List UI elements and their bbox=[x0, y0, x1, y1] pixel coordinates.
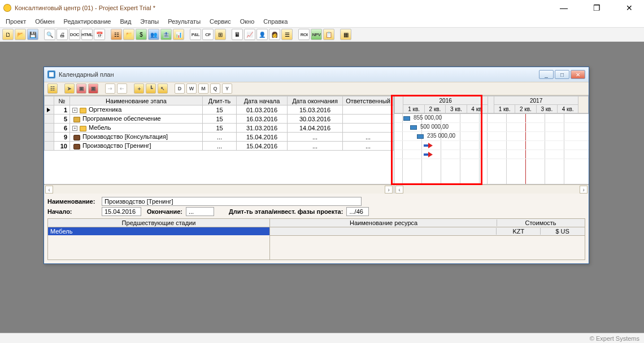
menu-window[interactable]: Окно bbox=[237, 17, 258, 26]
tb-npv-icon[interactable]: NPV bbox=[311, 29, 322, 40]
scroll-right-icon: › bbox=[580, 186, 588, 194]
detail-start-label: Начало: bbox=[47, 208, 98, 215]
tb-save-icon[interactable]: 💾 bbox=[27, 29, 38, 40]
tb-table-icon[interactable]: ☰ bbox=[281, 29, 293, 40]
detail-name-input[interactable]: Производство [Тренинг] bbox=[102, 197, 362, 206]
tb-html-icon[interactable]: HTML bbox=[81, 29, 93, 40]
table-row[interactable]: 9 Производство [Консультация] ... 15.04.… bbox=[45, 133, 394, 142]
tb-bal-icon[interactable]: ⊞ bbox=[215, 29, 226, 40]
gantt-hscroll[interactable]: ‹› bbox=[394, 184, 589, 194]
detail-end-label: Окончание: bbox=[147, 208, 182, 215]
child-window-icon bbox=[47, 71, 55, 78]
window-title: Консалтинговый центр (01) - Project Expe… bbox=[15, 5, 155, 11]
tb-cf-icon[interactable]: CF bbox=[202, 29, 214, 40]
gantt-value: 855 000,00 bbox=[414, 115, 442, 121]
tb-folder-icon[interactable]: 📁 bbox=[123, 29, 134, 40]
maximize-button[interactable]: ❐ bbox=[585, 2, 608, 14]
prev-stages-list[interactable]: Мебель bbox=[48, 227, 269, 251]
tb-bank-icon[interactable]: 🏦 bbox=[160, 29, 172, 40]
grid-hscroll[interactable]: ‹› bbox=[44, 184, 394, 194]
gantt-bar[interactable] bbox=[410, 125, 417, 130]
tb-new-icon[interactable]: 🗋 bbox=[2, 29, 14, 40]
tb-preview-icon[interactable]: 🔍 bbox=[44, 29, 55, 40]
ctb-tree-icon[interactable]: ┗ bbox=[146, 83, 156, 94]
detail-start-input[interactable]: 15.04.2016 bbox=[102, 207, 141, 216]
tb-roi-icon[interactable]: ROI bbox=[298, 29, 310, 40]
tb-print-icon[interactable]: 🖨 bbox=[56, 29, 68, 40]
menu-stages[interactable]: Этапы bbox=[137, 17, 162, 26]
close-button[interactable]: ✕ bbox=[618, 2, 641, 14]
menu-edit[interactable]: Редактирование bbox=[60, 17, 115, 26]
table-row[interactable]: 6 +Мебель 15 31.03.2016 14.04.2016 bbox=[45, 124, 394, 133]
gantt-bar[interactable] bbox=[403, 116, 410, 121]
scroll-right-icon: › bbox=[385, 186, 393, 194]
tb-chart-icon[interactable]: 📊 bbox=[173, 29, 184, 40]
child-titlebar[interactable]: Календарный план _ □ ✕ bbox=[44, 67, 589, 82]
gantt-bar[interactable] bbox=[417, 134, 424, 139]
minimize-button[interactable]: — bbox=[552, 2, 575, 14]
expand-icon[interactable]: + bbox=[72, 108, 77, 113]
stage-details: Наименование: Производство [Тренинг] Нач… bbox=[44, 194, 589, 263]
stage-grid[interactable]: № Наименование этапа Длит-ть Дата начала… bbox=[44, 96, 394, 184]
ctb-q-icon[interactable]: Q bbox=[210, 83, 220, 94]
ctb-pointer-icon[interactable]: ↖ bbox=[158, 83, 168, 94]
menu-service[interactable]: Сервис bbox=[206, 17, 234, 26]
gantt-value: 500 000,00 bbox=[420, 124, 449, 130]
tb-cal-icon[interactable]: 📅 bbox=[94, 29, 105, 40]
package-icon bbox=[73, 117, 80, 122]
ctb-cal-icon[interactable]: ☷ bbox=[47, 83, 58, 94]
ctb-d-icon[interactable]: D bbox=[175, 83, 185, 94]
tb-calc-icon[interactable]: 🖩 bbox=[232, 29, 243, 40]
ctb-gift1-icon[interactable]: ▣ bbox=[76, 83, 86, 94]
tb-grid-icon[interactable]: ▦ bbox=[340, 29, 351, 40]
prev-stage-row[interactable]: Мебель bbox=[48, 227, 269, 235]
detail-end-input[interactable]: ... bbox=[186, 207, 214, 216]
col-name: Наименование этапа bbox=[70, 96, 203, 105]
tb-graph-icon[interactable]: 📈 bbox=[244, 29, 255, 40]
menu-help[interactable]: Справка bbox=[260, 17, 291, 26]
tb-doc-icon[interactable]: DOC bbox=[69, 29, 80, 40]
ctb-w-icon[interactable]: W bbox=[186, 83, 197, 94]
menu-results[interactable]: Результаты bbox=[164, 17, 204, 26]
resource-header: Наименование ресурса bbox=[271, 219, 497, 226]
statusbar: © Expert Systems bbox=[0, 333, 644, 343]
child-maximize-button[interactable]: □ bbox=[555, 70, 569, 79]
menu-project[interactable]: Проект bbox=[2, 17, 29, 26]
gantt-chart[interactable]: 2016 2017 1 кв. 2 кв. 3 кв. 4 кв. 1 кв. … bbox=[394, 96, 589, 184]
ctb-link-icon[interactable]: ⇢ bbox=[105, 83, 115, 94]
ctb-y-icon[interactable]: Y bbox=[222, 83, 232, 94]
tb-pl-icon[interactable]: P&L bbox=[190, 29, 201, 40]
scroll-left-icon: ‹ bbox=[395, 186, 403, 194]
menu-exchange[interactable]: Обмен bbox=[32, 17, 58, 26]
scroll-left-icon: ‹ bbox=[45, 186, 53, 194]
ctb-plus-icon[interactable]: ＋ bbox=[134, 83, 144, 94]
ctb-m-icon[interactable]: M bbox=[198, 83, 208, 94]
detail-phase-input[interactable]: .../46 bbox=[346, 207, 369, 216]
ctb-gift2-icon[interactable]: ▣ bbox=[88, 83, 98, 94]
detail-name-label: Наименование: bbox=[47, 198, 98, 205]
table-row[interactable]: 10 Производство [Тренинг] ... 15.04.2016… bbox=[45, 142, 394, 151]
child-close-button[interactable]: ✕ bbox=[571, 70, 585, 79]
gantt-arrow-icon bbox=[424, 152, 434, 157]
child-minimize-button[interactable]: _ bbox=[539, 70, 554, 79]
col-start: Дата начала bbox=[237, 96, 288, 105]
folder-icon bbox=[80, 126, 86, 131]
child-title: Календарный план bbox=[59, 71, 539, 78]
ctb-unlink-icon[interactable]: ⇠ bbox=[117, 83, 127, 94]
expand-icon[interactable]: + bbox=[72, 126, 77, 131]
gantt-arrow-icon bbox=[424, 143, 434, 148]
tb-open-icon[interactable]: 📂 bbox=[15, 29, 26, 40]
menu-view[interactable]: Вид bbox=[116, 17, 134, 26]
tb-client-icon[interactable]: 👩 bbox=[269, 29, 280, 40]
tb-consultant-icon[interactable]: 👤 bbox=[256, 29, 268, 40]
table-row[interactable]: 1 +Оргтехника 15 01.03.2016 15.03.2016 bbox=[45, 105, 394, 115]
gantt-year-2017: 2017 bbox=[494, 96, 578, 105]
tb-users-icon[interactable]: 👥 bbox=[148, 29, 159, 40]
ctb-add-stage-icon[interactable]: ➤ bbox=[64, 83, 75, 94]
tb-clipboard-icon[interactable]: 📋 bbox=[323, 29, 334, 40]
tb-money-icon[interactable]: $ bbox=[136, 29, 147, 40]
table-row[interactable]: 5 Программное обеспечение 15 16.03.2016 … bbox=[45, 115, 394, 124]
tb-structure-icon[interactable]: ☷ bbox=[111, 29, 122, 40]
cost-header: Стоимость bbox=[497, 219, 584, 226]
resource-list[interactable] bbox=[270, 236, 585, 260]
